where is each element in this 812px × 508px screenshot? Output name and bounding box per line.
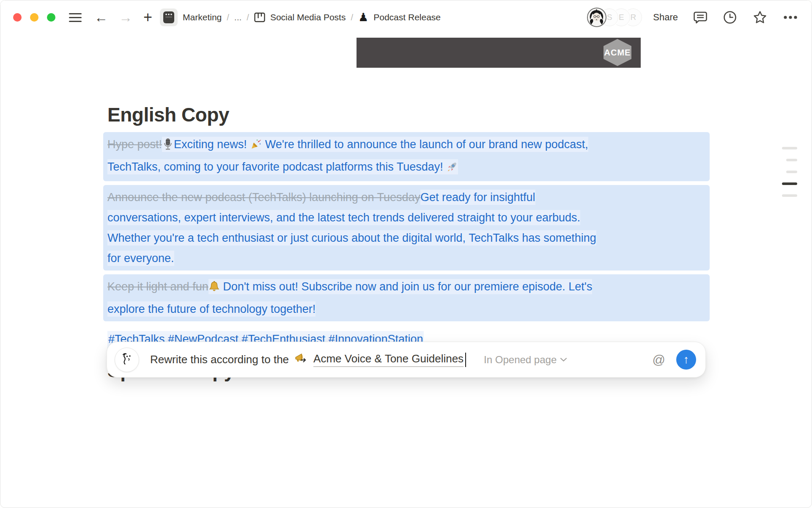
presence-avatars: S E R bbox=[587, 8, 642, 27]
notion-window: ← → + Marketing / ... / Social Media Pos… bbox=[0, 0, 812, 508]
close-button[interactable] bbox=[13, 13, 22, 22]
share-button[interactable]: Share bbox=[653, 12, 678, 23]
paragraph-block-2: Announce the new podcast (TechTalks) lau… bbox=[103, 185, 710, 271]
bell-emoji-icon bbox=[208, 279, 220, 299]
avatar-illustration bbox=[588, 8, 605, 26]
deleted-text: Hype post! bbox=[107, 138, 162, 151]
scope-dropdown[interactable]: In Opened page bbox=[484, 354, 567, 366]
updates-clock-icon[interactable] bbox=[723, 10, 737, 25]
forward-button[interactable]: → bbox=[119, 11, 132, 24]
ai-prompt-bar[interactable]: Rewrite this according to the Acme Voice… bbox=[107, 342, 706, 378]
page-emoji-icon: ♟ bbox=[358, 12, 368, 23]
acme-logo: ACME bbox=[604, 39, 631, 66]
breadcrumb-separator: / bbox=[227, 13, 229, 22]
page-mention-link[interactable]: Acme Voice & Tone Guidelines bbox=[313, 352, 464, 367]
acme-logo-text: ACME bbox=[604, 48, 631, 58]
page-content: English Copy Hype post!Exciting news! We… bbox=[107, 68, 705, 349]
inserted-text: Get ready for insightful bbox=[420, 190, 535, 205]
chevron-down-icon bbox=[560, 357, 567, 362]
breadcrumb: Marketing / ... / Social Media Posts / ♟… bbox=[160, 8, 441, 26]
outline-line[interactable] bbox=[786, 159, 797, 161]
inserted-text: explore the future of technology togethe… bbox=[107, 303, 315, 315]
party-popper-emoji-icon bbox=[250, 136, 262, 157]
breadcrumb-item-page[interactable]: Podcast Release bbox=[373, 12, 441, 22]
breadcrumb-collapsed[interactable]: ... bbox=[234, 12, 242, 22]
arrow-up-icon: ↑ bbox=[683, 354, 689, 365]
section-heading: English Copy bbox=[107, 103, 705, 126]
workspace-icon[interactable] bbox=[160, 8, 178, 26]
favorite-star-icon[interactable] bbox=[752, 10, 768, 25]
scope-label: In Opened page bbox=[484, 354, 557, 366]
inserted-text: Don't miss out! Subscribe now and join u… bbox=[220, 280, 593, 293]
breadcrumb-item-workspace[interactable]: Marketing bbox=[183, 12, 222, 22]
back-button[interactable]: ← bbox=[94, 11, 108, 24]
send-button[interactable]: ↑ bbox=[676, 350, 696, 370]
breadcrumb-item-board[interactable]: Social Media Posts bbox=[270, 12, 346, 22]
sidebar-toggle-icon[interactable] bbox=[69, 13, 82, 22]
inserted-text: Exciting news! bbox=[174, 138, 250, 151]
more-options-icon[interactable] bbox=[783, 15, 798, 20]
paragraph-block-3: Keep it light and fun Don't miss out! Su… bbox=[103, 274, 710, 321]
titlebar: ← → + Marketing / ... / Social Media Pos… bbox=[0, 0, 812, 34]
titlebar-actions: S E R Share bbox=[587, 8, 798, 27]
breadcrumb-separator: / bbox=[351, 13, 353, 22]
teamspace-glyph bbox=[163, 11, 175, 24]
microphone-emoji-icon bbox=[162, 136, 174, 157]
inserted-text: TechTalks, coming to your favorite podca… bbox=[107, 160, 446, 173]
inserted-text: We're thrilled to announce the launch of… bbox=[262, 138, 588, 151]
ai-bar-actions: @ ↑ bbox=[653, 350, 696, 370]
minimize-button[interactable] bbox=[30, 13, 38, 22]
notion-ai-face-icon bbox=[115, 348, 139, 372]
outline-line[interactable] bbox=[782, 194, 797, 197]
rocket-emoji-icon bbox=[446, 159, 458, 179]
inserted-text: for everyone. bbox=[107, 251, 174, 266]
comments-icon[interactable] bbox=[693, 10, 708, 25]
traffic-lights bbox=[13, 13, 55, 22]
ai-prompt-input[interactable]: Rewrite this according to the Acme Voice… bbox=[150, 352, 466, 367]
outline-line[interactable] bbox=[786, 171, 797, 173]
inserted-text: conversations, expert interviews, and th… bbox=[107, 210, 580, 225]
user-avatar[interactable] bbox=[587, 8, 606, 27]
mention-at-button[interactable]: @ bbox=[653, 353, 665, 367]
prompt-text: Rewrite this according to the bbox=[150, 353, 289, 366]
new-tab-button[interactable]: + bbox=[143, 10, 152, 25]
text-cursor bbox=[465, 353, 466, 367]
board-icon bbox=[254, 12, 265, 22]
deleted-text: Announce the new podcast (TechTalks) lau… bbox=[107, 191, 420, 204]
megaphone-emoji-icon bbox=[294, 352, 307, 367]
zoom-button[interactable] bbox=[47, 13, 55, 22]
outline-line-active[interactable] bbox=[782, 182, 797, 185]
breadcrumb-separator: / bbox=[247, 13, 249, 22]
outline-line[interactable] bbox=[782, 147, 797, 149]
cover-image: ACME bbox=[357, 38, 641, 68]
deleted-text: Keep it light and fun bbox=[107, 280, 208, 293]
inserted-text: Whether you're a tech enthusiast or just… bbox=[107, 230, 596, 246]
paragraph-block-1: Hype post!Exciting news! We're thrilled … bbox=[103, 132, 710, 181]
